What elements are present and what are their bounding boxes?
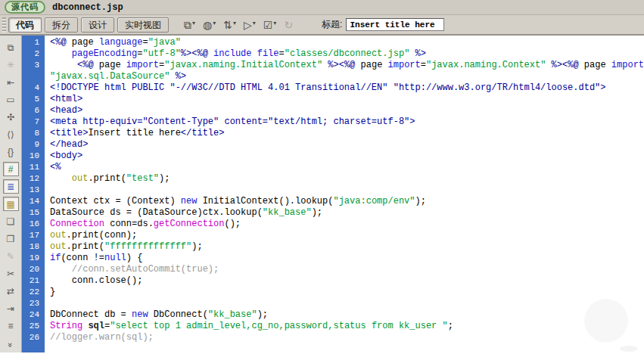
code-line[interactable]: Connection conn=ds.getConnection(); [50, 219, 644, 230]
line-number: 10 [22, 151, 45, 162]
code-line[interactable]: String sql="select top 1 admin_level,cg_… [50, 321, 644, 332]
code-line[interactable]: out.print(conn); [50, 230, 644, 241]
code-token: </head> [50, 139, 88, 150]
code-line[interactable] [50, 185, 644, 196]
code-token: Connection [50, 219, 104, 229]
code-token: %> [552, 60, 562, 70]
code-token: ; [448, 321, 453, 331]
code-token: ); [312, 207, 322, 218]
view-button-0[interactable]: 代码 [8, 17, 42, 33]
source-code-button[interactable]: 源代码 [5, 1, 45, 14]
collapse-selection-icon[interactable]: ▭ [3, 92, 19, 107]
code-token: out [50, 230, 67, 241]
code-token: ); [191, 241, 202, 252]
balance-braces-icon[interactable]: {} [3, 144, 19, 159]
view-button-2[interactable]: 设计 [81, 17, 114, 33]
check-browser-compat-icon[interactable]: ☑▾ [262, 18, 278, 32]
toolbar-icons: ⧉▾◍▾⇅▾▷▾☑▾↻ [182, 18, 294, 32]
code-line[interactable]: <% [50, 162, 644, 173]
code-token: "utf-8" [142, 48, 180, 59]
preview-in-browser-icon[interactable]: ◍▾ [201, 18, 217, 32]
document-toolbar: 代码拆分设计实时视图 ⧉▾◍▾⇅▾▷▾☑▾↻ 标题: [0, 15, 644, 36]
file-management-icon[interactable]: ⇅▾ [222, 18, 238, 32]
code-token: <meta http-equiv="Content-Type" content=… [50, 116, 415, 127]
code-line[interactable]: <%@ page import="javax.naming.InitialCon… [50, 60, 644, 71]
toolbar-gripper[interactable] [2, 17, 6, 33]
collapse-full-tag-icon[interactable]: ⇤ [3, 75, 19, 89]
code-line[interactable]: <title>Insert title here</title> [50, 128, 644, 139]
code-token: DataSource ds = (DataSource)ctx.lookup( [50, 207, 263, 218]
multiscreen-preview-icon[interactable]: ⧉▾ [182, 18, 197, 32]
line-number: 1 [22, 37, 45, 48]
code-token [50, 264, 72, 275]
line-number: 2 [22, 48, 45, 60]
chevron-expand-icon[interactable]: » [6, 334, 15, 354]
code-line[interactable]: //logger.warn(sql); [50, 332, 644, 343]
code-editor[interactable]: 1234567891011121314151617181920212223242… [22, 36, 644, 352]
expand-all-icon[interactable]: ✣ [3, 110, 19, 124]
code-line[interactable]: <head> [50, 105, 644, 116]
move-convert-css-icon[interactable]: ⇄ [3, 284, 19, 298]
code-navigator-icon: ✳ [3, 57, 19, 72]
view-button-1[interactable]: 拆分 [45, 17, 78, 33]
code-line[interactable] [50, 298, 644, 309]
syntax-error-alerts-icon[interactable]: ≣ [3, 179, 19, 194]
apply-comment-icon[interactable]: ❏ [3, 214, 19, 228]
live-view-options-icon[interactable]: ▷▾ [242, 18, 257, 32]
code-line[interactable]: <!DOCTYPE html PUBLIC "-//W3C//DTD HTML … [50, 82, 644, 94]
format-source-icon[interactable]: ≡ [3, 318, 19, 333]
line-number: 7 [22, 116, 45, 128]
code-token: </title> [181, 128, 225, 138]
code-line[interactable]: } [50, 287, 644, 298]
code-token: out [50, 241, 67, 252]
code-token: new [181, 196, 198, 206]
highlight-invalid-code-icon[interactable]: ▦ [3, 197, 19, 211]
line-number: 8 [22, 128, 45, 139]
indent-code-icon[interactable]: ⇥ [3, 301, 19, 315]
code-line[interactable]: out.print("ffffffffffffff"); [50, 241, 644, 253]
line-number: 22 [22, 287, 45, 298]
code-line[interactable]: <body> [50, 151, 644, 162]
recent-snippets-icon[interactable]: ✂ [3, 266, 19, 281]
code-line[interactable]: <html> [50, 94, 644, 105]
code-token: ); [257, 309, 268, 320]
code-token: conn.close(); [50, 275, 142, 286]
code-line[interactable]: Context ctx = (Context) new InitialConte… [50, 196, 644, 207]
line-number: 4 [22, 82, 45, 94]
code-token: %> [328, 60, 338, 70]
view-button-3[interactable]: 实时视图 [117, 17, 169, 33]
code-line[interactable]: DataSource ds = (DataSource)ctx.lookup("… [50, 207, 644, 219]
line-number: 19 [22, 253, 45, 264]
code-token: import [126, 60, 159, 70]
code-line[interactable]: //conn.setAutoCommit(true); [50, 264, 644, 275]
title-label: 标题: [322, 18, 342, 31]
related-files-bar: 源代码 dbconnect.jsp [0, 0, 644, 15]
code-token: } [50, 287, 55, 297]
line-numbers-icon[interactable]: # [3, 162, 19, 176]
code-line[interactable]: conn.close(); [50, 275, 644, 287]
line-number: 11 [22, 162, 45, 173]
code-line[interactable]: if(conn !=null) { [50, 253, 644, 264]
remove-comment-icon[interactable]: ❐ [3, 231, 19, 246]
code-token: "java:comp/env" [333, 196, 415, 206]
code-line[interactable]: DbConnect db = new DbConnect("kk_base"); [50, 309, 644, 321]
line-number: 6 [22, 105, 45, 116]
code-token: (conn != [61, 253, 104, 263]
line-number: 12 [22, 173, 45, 185]
code-line[interactable]: <meta http-equiv="Content-Type" content=… [50, 116, 644, 128]
open-documents-icon[interactable]: ⧉ [3, 40, 19, 54]
document-title-input[interactable] [346, 18, 444, 31]
code-line[interactable]: pageEncoding="utf-8"%><%@ include file="… [50, 48, 644, 60]
code-line[interactable]: out.print("test"); [50, 173, 644, 185]
code-line[interactable]: "javax.sql.DataSource" %> [50, 71, 644, 82]
code-line[interactable]: <%@ page language="java" [50, 37, 644, 48]
code-token: %> [176, 71, 186, 82]
code-area[interactable]: <%@ page language="java" pageEncoding="u… [45, 36, 644, 352]
select-parent-tag-icon[interactable]: ⟨⟩ [3, 127, 19, 141]
refresh-icon: ↻ [282, 18, 294, 32]
code-token: <head> [50, 105, 82, 116]
code-token: sql [88, 321, 104, 331]
code-line[interactable]: </head> [50, 139, 644, 151]
code-token: .print( [88, 173, 126, 184]
code-token: null [104, 253, 126, 263]
